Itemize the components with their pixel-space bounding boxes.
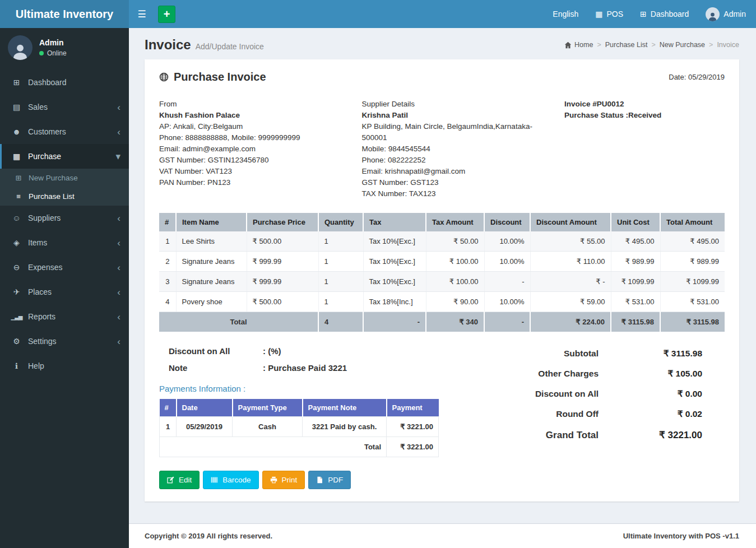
sales-icon: ▤ (10, 103, 23, 112)
items-total-qty: 4 (318, 312, 363, 332)
col-header-tax: Tax (363, 213, 426, 231)
print-button[interactable]: Print (262, 471, 305, 489)
globe-icon (159, 72, 169, 82)
sidebar-item-purchase-list[interactable]: ≡ Purchase List (0, 187, 129, 206)
sidebar-item-dashboard[interactable]: ⊞ Dashboard (0, 70, 129, 95)
pay-col-type: Payment Type (233, 399, 303, 417)
chevron-left-icon: ‹ (117, 287, 120, 297)
items-total-discount: - (484, 312, 530, 332)
edit-pencil-icon (167, 476, 174, 484)
payments-table: # Date Payment Type Payment Note Payment… (159, 399, 439, 457)
breadcrumb-purchase-list[interactable]: Purchase List (605, 41, 648, 49)
col-header-discount: Discount (484, 213, 530, 231)
sidebar-submenu-purchase: ⊞ New Purchase ≡ Purchase List (0, 169, 129, 206)
dashboard-link[interactable]: ⊞ Dashboard (640, 10, 689, 18)
chevron-left-icon: ‹ (117, 103, 120, 112)
dashboard-top-label: Dashboard (651, 10, 689, 18)
discount-on-all-value: : (%) (263, 346, 281, 356)
chevron-down-icon: ▾ (115, 152, 120, 161)
breadcrumb-separator: > (651, 41, 655, 49)
barcode-button[interactable]: Barcode (203, 471, 258, 489)
sidebar-toggle-button[interactable]: ☰ (129, 0, 155, 28)
sidebar-item-label: Sales (28, 103, 48, 112)
items-total-row: Total 4 - ₹ 340 - ₹ 224.00 ₹ 3115.98 ₹ 3… (159, 312, 725, 332)
breadcrumb-separator: > (709, 41, 713, 49)
pdf-button[interactable]: PDF (308, 471, 351, 489)
quick-add-button[interactable]: + (158, 6, 175, 23)
payments-header-row: # Date Payment Type Payment Note Payment (160, 399, 439, 417)
pos-icon: ▦ (595, 10, 602, 18)
from-pan: PAN Number: PN123 (159, 177, 348, 188)
invoice-info-columns: From Khush Fashion Palace AP: Ankali, Ci… (159, 99, 725, 199)
from-name: Khush Fashion Palace (159, 110, 348, 121)
sidebar-item-expenses[interactable]: ⊖ Expenses ‹ (0, 255, 129, 280)
from-heading: From (159, 99, 348, 110)
breadcrumb-new-purchase[interactable]: New Purchase (660, 41, 705, 49)
sidebar-item-label: Settings (28, 337, 57, 346)
footer-copyright: Copyright © 2019 All rights reserved. (145, 532, 272, 540)
supplier-phone: Phone: 082222252 (361, 155, 551, 166)
table-row: 3 Signature Jeans ₹ 999.99 1 Tax 10%[Exc… (159, 272, 725, 292)
discount-on-all-row: Discount on All : (%) (169, 346, 451, 356)
note-row: Note : Purchase Paid 3221 (169, 363, 451, 373)
sidebar-item-suppliers[interactable]: ☺ Suppliers ‹ (0, 206, 129, 230)
content-area: Invoice Add/Update Invoice Home > Purcha… (129, 28, 756, 548)
reports-icon: ▁▃▅ (10, 314, 23, 320)
col-header-unit-cost: Unit Cost (611, 213, 660, 231)
chevron-left-icon: ‹ (117, 337, 120, 346)
card-header: Purchase Invoice Date: 05/29/2019 (159, 71, 725, 83)
payment-row: 1 05/29/2019 Cash 3221 Paid by cash. ₹ 3… (160, 417, 439, 437)
payments-block: Discount on All : (%) Note : Purchase Pa… (159, 346, 451, 457)
col-header-total-amount: Total Amount (660, 213, 725, 231)
purchase-status: Purchase Status :Received (564, 110, 725, 121)
pay-col-date: Date (177, 399, 233, 417)
edit-button[interactable]: Edit (159, 471, 200, 489)
table-row: 2 Signature Jeans ₹ 999.99 1 Tax 10%[Exc… (159, 252, 725, 272)
pos-link[interactable]: ▦ POS (595, 10, 623, 18)
supplier-gst: GST Number: GST123 (361, 177, 551, 188)
top-header: Ultimate Inventory ☰ + English ▦ POS ⊞ D… (0, 0, 756, 28)
sidebar-item-customers[interactable]: ☻ Customers ‹ (0, 119, 129, 144)
sidebar-item-label: Dashboard (28, 78, 67, 87)
pay-col-note: Payment Note (303, 399, 387, 417)
from-phone: Phone: 8888888888, Mobile: 9999999999 (159, 132, 348, 143)
sidebar-item-new-purchase[interactable]: ⊞ New Purchase (0, 169, 129, 187)
from-email: Email: admin@example.com (159, 143, 348, 155)
breadcrumb-current: Invoice (717, 41, 739, 49)
chevron-left-icon: ‹ (117, 263, 120, 272)
supplier-heading: Supplier Details (361, 99, 551, 110)
pay-col-index: # (160, 399, 177, 417)
from-block: From Khush Fashion Palace AP: Ankali, Ci… (159, 99, 348, 199)
col-header-item-name: Item Name (176, 213, 247, 231)
breadcrumb-home[interactable]: Home (564, 41, 593, 49)
supplier-mobile: Mobile: 9844545544 (361, 143, 551, 155)
table-row: 1 Lee Shirts ₹ 500.00 1 Tax 10%[Exc.] ₹ … (159, 231, 725, 252)
user-avatar-icon (706, 7, 720, 21)
content-header: Invoice Add/Update Invoice Home > Purcha… (129, 28, 756, 53)
sidebar-item-label: Customers (28, 127, 66, 136)
purchase-list-icon: ≡ (13, 192, 24, 201)
breadcrumb-separator: > (597, 41, 601, 49)
sidebar-item-places[interactable]: ✈ Places ‹ (0, 280, 129, 304)
sidebar-item-settings[interactable]: ⚙ Settings ‹ (0, 329, 129, 354)
language-menu[interactable]: English (553, 10, 578, 18)
summary-discount-on-all: Discount on All ₹ 0.00 (451, 389, 725, 399)
customers-icon: ☻ (10, 127, 23, 136)
sidebar-item-label: Suppliers (28, 213, 61, 222)
submenu-item-label: New Purchase (29, 174, 78, 182)
sidebar-item-reports[interactable]: ▁▃▅ Reports ‹ (0, 304, 129, 329)
sidebar-item-purchase[interactable]: ▦ Purchase ▾ (0, 144, 129, 169)
chevron-left-icon: ‹ (117, 312, 120, 322)
user-menu[interactable]: Admin (706, 7, 746, 21)
items-icon: ◈ (10, 238, 23, 247)
items-total-tax: - (363, 312, 426, 332)
brand-logo[interactable]: Ultimate Inventory (0, 0, 129, 28)
sidebar-item-items[interactable]: ◈ Items ‹ (0, 230, 129, 255)
sidebar-item-sales[interactable]: ▤ Sales ‹ (0, 95, 129, 119)
plus-icon: + (164, 8, 170, 20)
invoice-date: Date: 05/29/2019 (669, 73, 725, 81)
from-gst: GST Number: GSTIN123456780 (159, 155, 348, 166)
from-vat: VAT Number: VAT123 (159, 166, 348, 177)
purchase-invoice-card: Purchase Invoice Date: 05/29/2019 From K… (145, 59, 739, 501)
sidebar-item-help[interactable]: ℹ Help (0, 354, 129, 378)
